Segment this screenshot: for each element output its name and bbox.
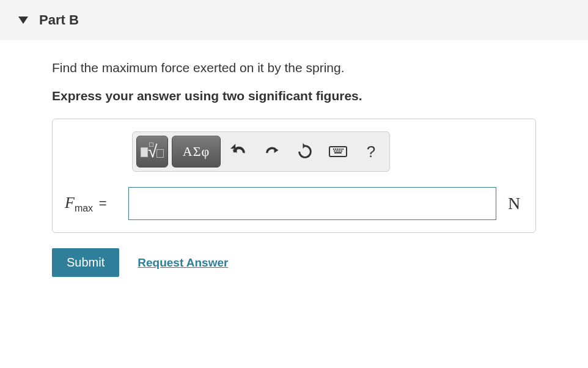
help-button[interactable]: ? (356, 136, 386, 167)
reset-icon (296, 143, 314, 160)
radical-template-icon: √ (141, 141, 164, 162)
content-area: Find the maximum force exerted on it by … (0, 40, 588, 277)
undo-icon (230, 143, 248, 160)
answer-input[interactable] (128, 187, 496, 220)
collapse-icon (18, 17, 28, 24)
redo-icon (263, 143, 281, 160)
equation-toolbar: √ ΑΣφ (132, 131, 390, 172)
redo-button[interactable] (257, 136, 287, 167)
part-title: Part B (39, 12, 79, 28)
help-icon: ? (367, 142, 375, 161)
variable-subscript: max (75, 203, 93, 213)
keyboard-icon (329, 146, 347, 157)
variable-label: Fmax = (65, 194, 120, 214)
undo-button[interactable] (224, 136, 254, 167)
answer-row: Fmax = N (65, 187, 523, 220)
keyboard-button[interactable] (323, 136, 353, 167)
part-header[interactable]: Part B (0, 0, 588, 40)
answer-box: √ ΑΣφ (52, 119, 536, 233)
equals-sign: = (99, 196, 107, 211)
instruction-text: Express your answer using two significan… (52, 89, 536, 103)
greek-symbols-button[interactable]: ΑΣφ (172, 136, 221, 167)
action-row: Submit Request Answer (52, 248, 536, 277)
reset-button[interactable] (290, 136, 320, 167)
unit-label: N (505, 194, 523, 213)
request-answer-link[interactable]: Request Answer (138, 256, 228, 270)
templates-button[interactable]: √ (136, 136, 168, 167)
question-text: Find the maximum force exerted on it by … (52, 59, 536, 76)
variable-base: F (65, 194, 75, 212)
submit-button[interactable]: Submit (52, 248, 119, 277)
